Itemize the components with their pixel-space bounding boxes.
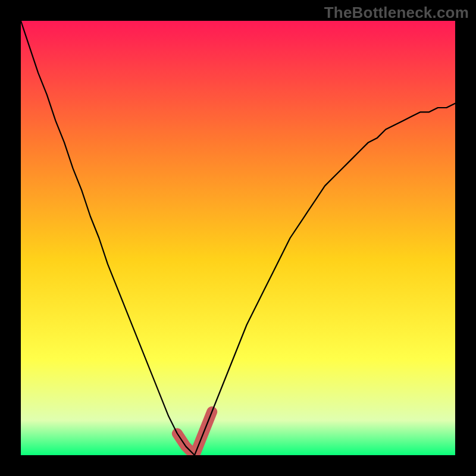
chart-frame: TheBottleneck.com — [0, 0, 476, 476]
plot-area — [21, 21, 455, 455]
watermark-text: TheBottleneck.com — [324, 4, 469, 22]
bottleneck-chart — [21, 21, 455, 455]
gradient-background — [21, 21, 455, 455]
